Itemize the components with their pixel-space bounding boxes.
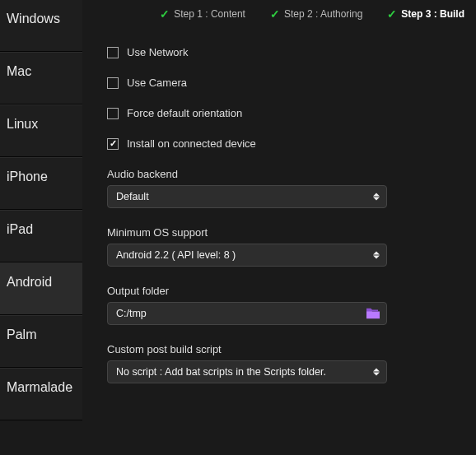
force-orientation-row[interactable]: Force default orientation	[107, 107, 451, 119]
chevron-updown-icon	[371, 369, 381, 376]
select-value: No script : Add bat scripts in the Scrip…	[116, 366, 326, 378]
chevron-updown-icon	[371, 252, 381, 259]
checkbox-label: Force default orientation	[127, 107, 242, 119]
main-panel: ✓ Step 1 : Content ✓ Step 2 : Authoring …	[82, 0, 476, 455]
sidebar-item-linux[interactable]: Linux	[0, 104, 82, 157]
step-label: Step 2 : Authoring	[284, 8, 362, 20]
checkbox[interactable]	[107, 138, 119, 150]
select-value: Default	[116, 191, 149, 202]
step-build[interactable]: ✓ Step 3 : Build	[387, 8, 464, 20]
build-options: Use Network Use Camera Force default ori…	[82, 23, 476, 455]
audio-backend-select[interactable]: Default	[107, 185, 387, 208]
sidebar-item-windows[interactable]: Windows	[0, 0, 82, 52]
check-icon: ✓	[387, 8, 397, 20]
post-build-label: Custom post build script	[107, 343, 451, 355]
min-os-label: Minimum OS support	[107, 226, 451, 239]
wizard-steps: ✓ Step 1 : Content ✓ Step 2 : Authoring …	[82, 0, 476, 23]
checkbox-label: Use Camera	[127, 77, 187, 89]
post-build-select[interactable]: No script : Add bat scripts in the Scrip…	[107, 360, 387, 383]
checkbox[interactable]	[107, 108, 119, 119]
min-os-select[interactable]: Android 2.2 ( API level: 8 )	[107, 244, 387, 267]
check-icon: ✓	[160, 8, 170, 20]
use-camera-row[interactable]: Use Camera	[107, 77, 451, 89]
output-folder-label: Output folder	[107, 285, 451, 297]
install-device-row[interactable]: Install on connected device	[107, 137, 451, 150]
input-value: C:/tmp	[116, 308, 147, 319]
checkbox[interactable]	[107, 47, 119, 58]
select-value: Android 2.2 ( API level: 8 )	[116, 249, 236, 261]
audio-backend-label: Audio backend	[107, 168, 451, 180]
chevron-updown-icon	[371, 193, 381, 201]
check-icon: ✓	[270, 8, 280, 20]
output-folder-input[interactable]: C:/tmp	[107, 302, 387, 325]
checkbox-label: Use Network	[127, 46, 188, 58]
sidebar-item-marmalade[interactable]: Marmalade	[0, 368, 82, 420]
sidebar-item-palm[interactable]: Palm	[0, 315, 82, 368]
sidebar-item-iphone[interactable]: iPhone	[0, 157, 82, 210]
step-authoring[interactable]: ✓ Step 2 : Authoring	[270, 8, 362, 20]
sidebar-item-mac[interactable]: Mac	[0, 52, 82, 104]
step-content[interactable]: ✓ Step 1 : Content	[160, 8, 245, 20]
step-label: Step 1 : Content	[174, 8, 245, 20]
sidebar-item-ipad[interactable]: iPad	[0, 210, 82, 262]
platform-sidebar: Windows Mac Linux iPhone iPad Android Pa…	[0, 0, 82, 455]
folder-icon[interactable]	[366, 309, 380, 319]
step-label: Step 3 : Build	[401, 8, 464, 20]
use-network-row[interactable]: Use Network	[107, 46, 451, 58]
checkbox[interactable]	[107, 77, 119, 89]
sidebar-item-android[interactable]: Android	[0, 262, 82, 315]
checkbox-label: Install on connected device	[127, 137, 256, 150]
